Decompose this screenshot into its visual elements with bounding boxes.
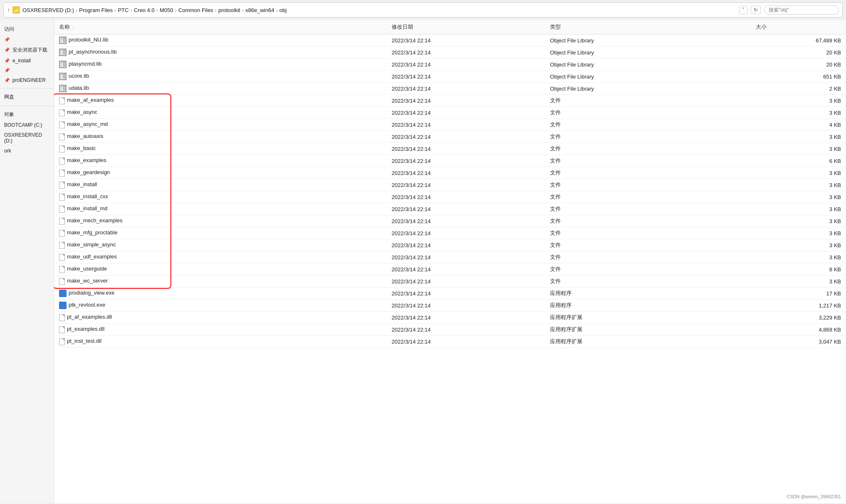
cell-size: 3 KB xyxy=(751,143,846,155)
file-icon xyxy=(59,218,65,225)
table-row[interactable]: udata.lib2022/3/14 22:14Object File Libr… xyxy=(54,83,846,95)
table-row[interactable]: make_autoaxis2022/3/14 22:14文件3 KB xyxy=(54,131,846,143)
table-row[interactable]: make_basic2022/3/14 22:14文件3 KB xyxy=(54,143,846,155)
filename-text: make_simple_async xyxy=(67,241,116,248)
table-row[interactable]: make_install_md2022/3/14 22:14文件3 KB xyxy=(54,203,846,215)
filename-text: ptasyncmd.lib xyxy=(69,61,101,67)
cell-type: 文件 xyxy=(545,131,751,143)
breadcrumb-program-files[interactable]: Program Files xyxy=(79,7,113,13)
table-row[interactable]: ptasyncmd.lib2022/3/14 22:14Object File … xyxy=(54,59,846,71)
col-header-size[interactable]: 大小 xyxy=(751,20,846,34)
table-row[interactable]: pt_inst_test.dll2022/3/14 22:14应用程序扩展3,0… xyxy=(54,336,846,348)
table-row[interactable]: ucore.lib2022/3/14 22:14Object File Libr… xyxy=(54,71,846,83)
sidebar-item-osxreserved[interactable]: OSXRESERVED (D:) xyxy=(0,130,54,145)
filename-text: make_mfg_proctable xyxy=(67,229,117,236)
sidebar-item-pin1[interactable]: 📌 xyxy=(0,35,54,44)
table-row[interactable]: pt_af_examples.dll2022/3/14 22:14应用程序扩展3… xyxy=(54,312,846,324)
main-container: 访问 📌 📌 安全浏览器下载 📌 e_install 📌 📌 proENGINE… xyxy=(0,20,846,503)
table-row[interactable]: pt_asynchronous.lib2022/3/14 22:14Object… xyxy=(54,47,846,59)
table-row[interactable]: make_af_examples2022/3/14 22:14文件3 KB xyxy=(54,95,846,107)
sidebar-item-bootcamp[interactable]: BOOTCAMP (C:) xyxy=(0,120,54,130)
cell-date: 2022/3/14 22:14 xyxy=(387,336,545,348)
address-bar-right: ˅ ↻ xyxy=(739,5,839,15)
cell-filename: make_async xyxy=(54,107,387,119)
table-row[interactable]: make_wc_server2022/3/14 22:14文件3 KB xyxy=(54,275,846,288)
cell-date: 2022/3/14 22:14 xyxy=(387,71,545,83)
cell-filename: udata.lib xyxy=(54,83,387,95)
sidebar-label-einstall: e_install xyxy=(12,58,31,64)
sidebar-item-netdisk[interactable]: 网盘 xyxy=(0,92,54,102)
cell-date: 2022/3/14 22:14 xyxy=(387,324,545,336)
cell-date: 2022/3/14 22:14 xyxy=(387,131,545,143)
table-row[interactable]: protoolkit_NU.lib2022/3/14 22:14Object F… xyxy=(54,34,846,47)
breadcrumb-x86e[interactable]: x86e_win64 xyxy=(245,7,274,13)
sidebar-item-proengineer[interactable]: 📌 proENGINEER xyxy=(0,76,54,85)
cell-size: 3 KB xyxy=(751,251,846,263)
dll-icon xyxy=(59,326,65,333)
table-row[interactable]: pt_examples.dll2022/3/14 22:14应用程序扩展4,86… xyxy=(54,324,846,336)
cell-filename: pt_asynchronous.lib xyxy=(54,47,387,59)
table-row[interactable]: make_install2022/3/14 22:14文件3 KB xyxy=(54,179,846,191)
cell-filename: make_wc_server xyxy=(54,275,387,288)
col-header-date[interactable]: 修改日期 xyxy=(387,20,545,34)
breadcrumb-ptc[interactable]: PTC xyxy=(118,7,129,13)
table-row[interactable]: make_udf_examples2022/3/14 22:14文件3 KB xyxy=(54,251,846,263)
col-header-name[interactable]: 名称 ↑ xyxy=(54,20,387,34)
sidebar-item-browser-download[interactable]: 📌 安全浏览器下载 xyxy=(0,45,54,55)
breadcrumb-protoolkit[interactable]: protoolkit xyxy=(218,7,240,13)
cell-type: 文件 xyxy=(545,119,751,131)
lib-icon xyxy=(59,49,67,56)
table-row[interactable]: make_userguide2022/3/14 22:14文件8 KB xyxy=(54,263,846,275)
cell-size: 4 KB xyxy=(751,119,846,131)
table-row[interactable]: make_install_cxx2022/3/14 22:14文件3 KB xyxy=(54,191,846,203)
filename-text: make_userguide xyxy=(67,266,107,272)
sidebar-item-object[interactable]: 对象 xyxy=(0,109,54,120)
cell-filename: make_simple_async xyxy=(54,239,387,251)
table-row[interactable]: prodialog_view.exe2022/3/14 22:14应用程序17 … xyxy=(54,288,846,300)
filename-text: ptk_revtool.exe xyxy=(69,302,105,308)
breadcrumb-common-files[interactable]: Common Files xyxy=(178,7,213,13)
table-row[interactable]: make_simple_async2022/3/14 22:14文件3 KB xyxy=(54,239,846,251)
table-row[interactable]: make_async_md2022/3/14 22:14文件4 KB xyxy=(54,119,846,131)
cell-size: 3,047 KB xyxy=(751,336,846,348)
table-row[interactable]: make_mfg_proctable2022/3/14 22:14文件3 KB xyxy=(54,227,846,239)
col-header-type[interactable]: 类型 xyxy=(545,20,751,34)
cell-type: 文件 xyxy=(545,143,751,155)
up-arrow[interactable]: ↑ xyxy=(7,7,10,13)
table-row[interactable]: make_geardesign2022/3/14 22:14文件3 KB xyxy=(54,167,846,179)
sidebar: 访问 📌 📌 安全浏览器下载 📌 e_install 📌 📌 proENGINE… xyxy=(0,20,54,503)
breadcrumb-path: OSXRESERVED (D:) › Program Files › PTC ›… xyxy=(22,7,737,13)
sidebar-item-access[interactable]: 访问 xyxy=(0,24,54,34)
breadcrumb-m050[interactable]: M050 xyxy=(160,7,173,13)
refresh-button[interactable]: ↻ xyxy=(751,6,761,14)
cell-size: 651 KB xyxy=(751,71,846,83)
cell-type: 应用程序扩展 xyxy=(545,312,751,324)
filename-text: make_install_cxx xyxy=(67,193,108,199)
cell-size: 3 KB xyxy=(751,107,846,119)
filename-text: ucore.lib xyxy=(69,73,89,79)
cell-date: 2022/3/14 22:14 xyxy=(387,263,545,275)
sidebar-item-e-install[interactable]: 📌 e_install xyxy=(0,56,54,65)
filename-text: make_install xyxy=(67,181,97,187)
file-icon xyxy=(59,206,65,213)
table-row[interactable]: make_examples2022/3/14 22:14文件6 KB xyxy=(54,155,846,167)
table-row[interactable]: make_async2022/3/14 22:14文件3 KB xyxy=(54,107,846,119)
cell-filename: make_af_examples xyxy=(54,95,387,107)
breadcrumb-obj[interactable]: obj xyxy=(279,7,286,13)
cell-date: 2022/3/14 22:14 xyxy=(387,203,545,215)
path-dropdown-button[interactable]: ˅ xyxy=(739,6,747,14)
cell-filename: make_install_cxx xyxy=(54,191,387,203)
table-row[interactable]: make_mech_examples2022/3/14 22:14文件3 KB xyxy=(54,215,846,227)
cell-type: 文件 xyxy=(545,179,751,191)
cell-type: 文件 xyxy=(545,263,751,275)
breadcrumb-drive[interactable]: OSXRESERVED (D:) xyxy=(22,7,74,13)
cell-type: 文件 xyxy=(545,95,751,107)
sidebar-item-ork[interactable]: ork xyxy=(0,146,54,155)
cell-size: 3 KB xyxy=(751,95,846,107)
sidebar-item-pin2[interactable]: 📌 xyxy=(0,66,54,75)
cell-filename: make_udf_examples xyxy=(54,251,387,263)
cell-type: 文件 xyxy=(545,203,751,215)
search-input[interactable] xyxy=(764,5,839,15)
table-row[interactable]: ptk_revtool.exe2022/3/14 22:14应用程序1,217 … xyxy=(54,300,846,312)
breadcrumb-creo[interactable]: Creo 4.0 xyxy=(134,7,155,13)
